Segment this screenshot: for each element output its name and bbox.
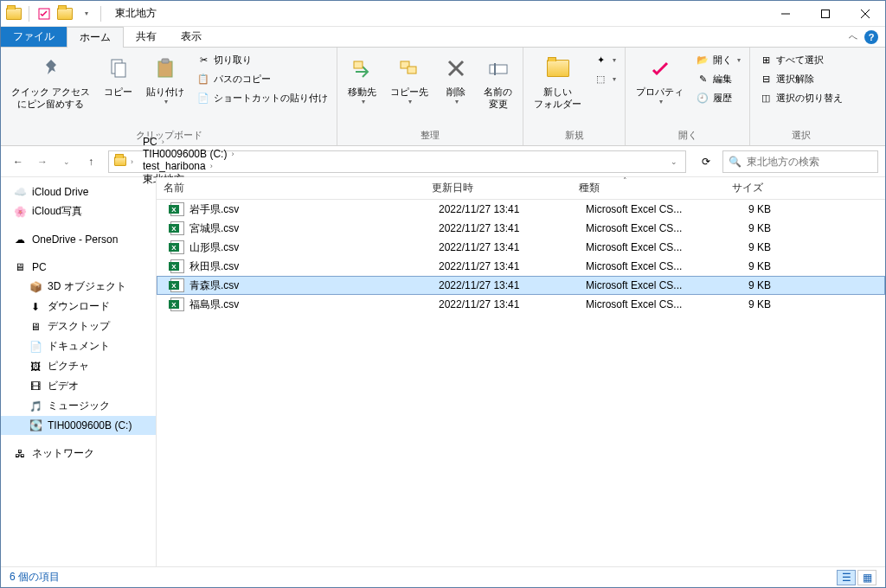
titlebar: 東北地方 [1,1,885,27]
tree-item[interactable]: ⬇ダウンロード [1,297,156,316]
tree-item-icon: 📄 [29,340,42,354]
tree-item[interactable]: 🎵ミュージック [1,396,156,416]
tree-item[interactable]: 🌸iCloud写真 [1,201,156,221]
new-folder-button[interactable]: 新しい フォルダー [529,51,587,114]
open-button[interactable]: 📂開く [692,51,744,68]
breadcrumb-item[interactable]: test_haribona› [139,160,240,172]
breadcrumb-root-icon[interactable]: › [111,151,139,172]
csv-file-icon [170,221,184,235]
move-to-button[interactable]: 移動先 [343,51,382,111]
tree-item[interactable]: 💽TIH0009600B (C:) [1,416,156,435]
refresh-button[interactable]: ⟳ [693,150,719,173]
tree-item-icon: ⬇ [29,300,42,314]
tree-item-icon: 🖼 [29,360,42,374]
tree-item[interactable]: ☁️iCloud Drive [1,182,156,201]
copy-button[interactable]: コピー [99,51,138,101]
edit-button[interactable]: ✎編集 [692,70,744,87]
breadcrumb-item[interactable]: PC› [139,136,240,148]
tab-file[interactable]: ファイル [1,27,67,47]
easy-access-button[interactable]: ⬚ [590,70,620,87]
delete-icon [442,54,470,82]
easyaccess-icon: ⬚ [594,72,607,86]
recent-dropdown[interactable]: ⌄ [56,151,77,172]
path-icon: 📋 [196,72,210,86]
breadcrumb-item[interactable]: TIH0009600B (C:)› [139,148,240,160]
tree-item[interactable]: 📄ドキュメント [1,336,156,356]
file-row[interactable]: 秋田県.csv2022/11/27 13:41Microsoft Excel C… [157,257,885,276]
history-button[interactable]: 🕘履歴 [692,89,744,106]
file-row[interactable]: 岩手県.csv2022/11/27 13:41Microsoft Excel C… [157,200,885,219]
shortcut-icon: 📄 [196,91,210,105]
selectnone-icon: ⊟ [759,72,773,86]
forward-button[interactable]: → [32,151,53,172]
rename-icon [485,54,512,82]
tree-item[interactable]: 📦3D オブジェクト [1,277,156,297]
tree-item[interactable]: 🎞ビデオ [1,376,156,396]
rename-button[interactable]: 名前の 変更 [478,51,517,114]
cut-button[interactable]: ✂切り取り [193,51,331,68]
folder-icon[interactable] [55,4,74,23]
file-row[interactable]: 青森県.csv2022/11/27 13:41Microsoft Excel C… [157,276,885,295]
open-icon: 📂 [696,53,709,67]
group-label-organize: 整理 [343,127,517,144]
paste-button[interactable]: 貼り付け [141,51,189,111]
paste-icon [151,54,179,82]
select-none-button[interactable]: ⊟選択解除 [755,70,846,87]
search-input[interactable] [747,156,876,168]
file-list[interactable]: ˄ 名前 更新日時 種類 サイズ 岩手県.csv2022/11/27 13:41… [157,177,885,566]
tree-item[interactable]: 🖥PC [1,258,156,277]
tree-item-icon: 🎵 [29,399,42,413]
copy-to-button[interactable]: コピー先 [385,51,433,111]
up-button[interactable]: ↑ [80,151,101,172]
tree-item[interactable]: 🖼ピクチャ [1,356,156,376]
file-row[interactable]: 宮城県.csv2022/11/27 13:41Microsoft Excel C… [157,219,885,238]
collapse-ribbon-icon[interactable]: へ [849,31,857,43]
address-dropdown[interactable]: ⌄ [664,151,684,172]
svg-rect-9 [354,61,363,68]
window-title: 東北地方 [108,6,766,21]
tab-home[interactable]: ホーム [67,27,124,48]
select-all-button[interactable]: ⊞すべて選択 [755,51,846,68]
maximize-button[interactable] [806,1,845,27]
back-button[interactable]: ← [8,151,29,172]
invert-selection-button[interactable]: ◫選択の切り替え [755,89,846,106]
tree-item-icon: 🎞 [29,380,42,393]
properties-button[interactable]: プロパティ [631,51,689,111]
folder-icon [4,4,23,23]
copyto-icon [395,54,423,82]
addressbar[interactable]: › PC›TIH0009600B (C:)›test_haribona›東北地方… [108,150,686,173]
minimize-button[interactable] [766,1,806,27]
pin-to-quick-access-button[interactable]: クイック アクセス にピン留めする [6,51,95,114]
history-icon: 🕘 [696,91,709,105]
delete-button[interactable]: 削除 [437,51,475,111]
tree-item[interactable]: 🖥デスクトップ [1,316,156,336]
close-button[interactable] [845,1,885,27]
copy-path-button[interactable]: 📋パスのコピー [193,70,331,87]
tab-share[interactable]: 共有 [124,27,169,47]
csv-file-icon [170,202,184,216]
help-icon[interactable]: ? [864,30,878,44]
tree-item-icon: ☁️ [13,185,27,199]
nav-tree[interactable]: ☁️iCloud Drive🌸iCloud写真☁OneDrive - Perso… [1,177,157,566]
tree-item-icon: 💽 [29,419,42,432]
view-details-button[interactable]: ☰ [837,570,856,585]
ribbon: クイック アクセス にピン留めする コピー 貼り付け ✂切り取り 📋パスのコピー… [1,48,885,146]
new-item-button[interactable]: ✦ [590,51,620,68]
tree-item[interactable]: ☁OneDrive - Person [1,230,156,249]
qat-dropdown[interactable] [76,4,95,23]
qat-properties-icon[interactable] [35,4,54,23]
newitem-icon: ✦ [594,53,607,67]
group-label-select: 選択 [755,127,846,144]
paste-shortcut-button[interactable]: 📄ショートカットの貼り付け [193,89,331,106]
view-icons-button[interactable]: ▦ [857,570,876,585]
file-row[interactable]: 福島県.csv2022/11/27 13:41Microsoft Excel C… [157,295,885,314]
sort-indicator-icon: ˄ [260,177,885,185]
tree-item-icon: 🖥 [13,260,27,274]
file-row[interactable]: 山形県.csv2022/11/27 13:41Microsoft Excel C… [157,238,885,257]
tree-item[interactable]: 🖧ネットワーク [1,444,156,463]
searchbox[interactable]: 🔍 [722,150,878,173]
tab-view[interactable]: 表示 [169,27,214,47]
pin-icon [37,54,65,82]
properties-icon [646,54,674,82]
move-icon [349,54,376,82]
